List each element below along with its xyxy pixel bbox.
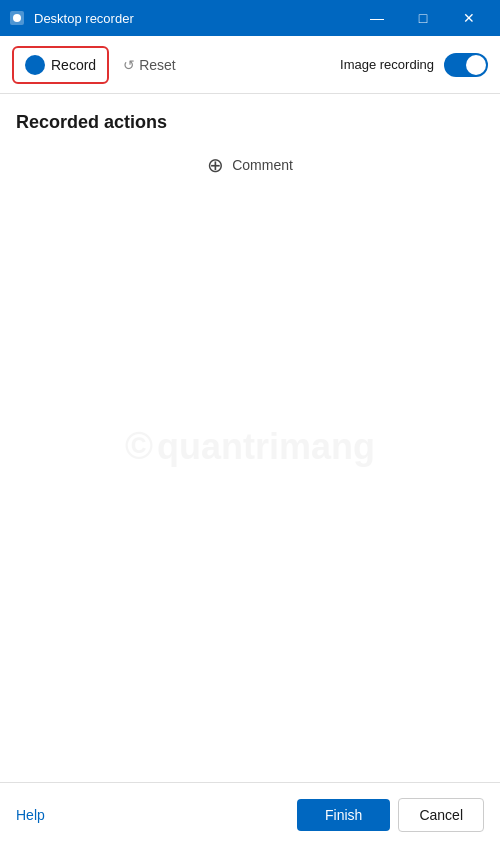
watermark-icon: © <box>125 425 153 468</box>
image-recording-section: Image recording <box>340 53 488 77</box>
main-content: Recorded actions ⊕ Comment © quantrimang <box>0 94 500 782</box>
finish-button[interactable]: Finish <box>297 799 390 831</box>
app-icon <box>8 9 26 27</box>
title-bar: Desktop recorder — □ ✕ <box>0 0 500 36</box>
maximize-button[interactable]: □ <box>400 0 446 36</box>
reset-icon: ↺ <box>123 57 135 73</box>
svg-point-1 <box>13 14 21 22</box>
window-controls: — □ ✕ <box>354 0 492 36</box>
add-comment-icon: ⊕ <box>207 153 224 177</box>
add-comment-label: Comment <box>232 157 293 173</box>
record-label: Record <box>51 57 96 73</box>
close-button[interactable]: ✕ <box>446 0 492 36</box>
help-button[interactable]: Help <box>16 807 45 823</box>
minimize-button[interactable]: — <box>354 0 400 36</box>
record-button[interactable]: Record <box>17 51 104 79</box>
watermark: © quantrimang <box>125 425 375 468</box>
footer: Help Finish Cancel <box>0 782 500 846</box>
cancel-button[interactable]: Cancel <box>398 798 484 832</box>
reset-label: Reset <box>139 57 176 73</box>
record-indicator <box>25 55 45 75</box>
window-title: Desktop recorder <box>34 11 354 26</box>
recorded-actions-title: Recorded actions <box>0 94 500 145</box>
add-comment-row[interactable]: ⊕ Comment <box>0 145 500 185</box>
image-recording-toggle[interactable] <box>444 53 488 77</box>
record-button-wrapper: Record <box>12 46 109 84</box>
watermark-text: quantrimang <box>157 426 375 468</box>
toolbar: Record ↺ Reset Image recording <box>0 36 500 94</box>
image-recording-label: Image recording <box>340 57 434 72</box>
reset-button[interactable]: ↺ Reset <box>113 51 186 79</box>
